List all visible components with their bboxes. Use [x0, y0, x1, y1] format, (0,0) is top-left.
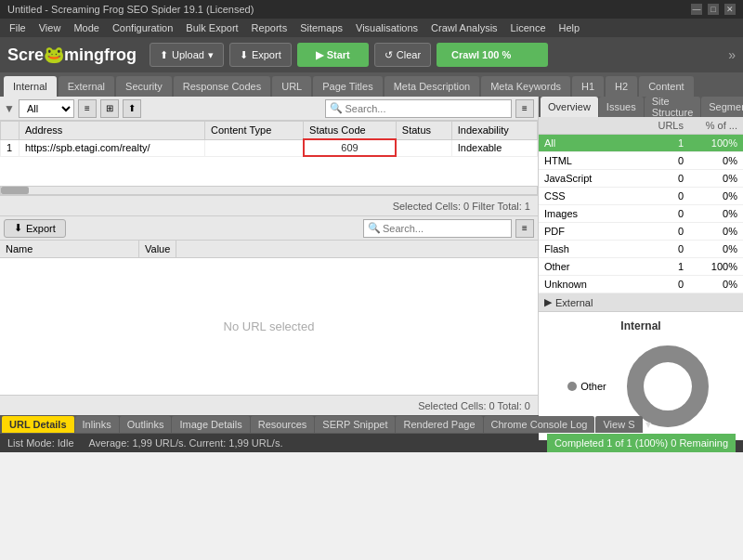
row-num: 1 — [1, 139, 20, 156]
filter-select[interactable]: All — [19, 99, 74, 118]
right-cell-urls: 0 — [635, 223, 689, 240]
menu-item-crawl analysis[interactable]: Crawl Analysis — [425, 19, 503, 37]
status-mode: List Mode: Idle — [7, 437, 74, 449]
right-cell-pct: 100% — [689, 135, 743, 151]
right-cell-urls: 0 — [635, 241, 689, 257]
tab-chrome-console-log[interactable]: Chrome Console Log — [484, 416, 595, 433]
menu-item-reports[interactable]: Reports — [246, 19, 293, 37]
export-toolbar-button[interactable]: ⬇ Export — [229, 43, 292, 67]
right-table-row[interactable]: HTML 0 0% — [539, 152, 743, 170]
tab-content[interactable]: Content — [639, 76, 694, 97]
right-table-header: URLs % of ... — [539, 117, 743, 135]
window-title: Untitled - Screaming Frog SEO Spider 19.… — [7, 4, 254, 15]
col-indexability[interactable]: Indexability — [451, 122, 537, 140]
right-table-row[interactable]: Other 1 100% — [539, 258, 743, 276]
tab-serp-snippet[interactable]: SERP Snippet — [315, 416, 395, 433]
tab-h2[interactable]: H2 — [606, 76, 637, 97]
right-cell-pct: 100% — [689, 258, 743, 275]
col-name: Name — [0, 241, 139, 257]
col-status[interactable]: Status — [396, 122, 451, 140]
lower-export-icon: ⬇ — [14, 222, 22, 234]
row-content-type — [205, 139, 304, 156]
upload-button[interactable]: ⬆ Upload ▾ — [150, 43, 224, 67]
status-completed: Completed 1 of 1 (100%) 0 Remaining — [547, 434, 736, 452]
right-table-row[interactable]: Images 0 0% — [539, 205, 743, 223]
tab-rendered-page[interactable]: Rendered Page — [396, 416, 482, 433]
menu-item-view[interactable]: View — [33, 19, 67, 37]
search-box: 🔍 — [325, 99, 512, 118]
tab-outlinks[interactable]: Outlinks — [120, 416, 172, 433]
toolbar: Scre🐸mingfrog ⬆ Upload ▾ ⬇ Export ▶ Star… — [0, 37, 743, 72]
tab-inlinks[interactable]: Inlinks — [75, 416, 119, 433]
search-input[interactable] — [345, 103, 507, 114]
right-table-row[interactable]: Unknown 0 0% — [539, 276, 743, 293]
col-address[interactable]: Address — [20, 122, 205, 140]
tab-overview[interactable]: Overview — [541, 97, 598, 117]
tab-resources[interactable]: Resources — [251, 416, 315, 433]
menu-item-mode[interactable]: Mode — [68, 19, 105, 37]
left-panel: ▼ All ≡ ⊞ ⬆ 🔍 ≡ Address Content Typ — [0, 97, 539, 415]
maximize-button[interactable]: □ — [708, 4, 719, 15]
tab-issues[interactable]: Issues — [599, 97, 644, 117]
right-table-row[interactable]: Flash 0 0% — [539, 241, 743, 258]
tab-site-structure[interactable]: Site Structure — [645, 97, 701, 117]
right-cell-pct: 0% — [689, 170, 743, 187]
tab-meta-description[interactable]: Meta Description — [385, 76, 480, 97]
tab-page-titles[interactable]: Page Titles — [313, 76, 382, 97]
menu-item-sitemaps[interactable]: Sitemaps — [294, 19, 348, 37]
list-view-button[interactable]: ≡ — [78, 99, 97, 118]
menu-item-visualisations[interactable]: Visualisations — [350, 19, 424, 37]
right-cell-label: Other — [539, 258, 635, 275]
clear-button[interactable]: ↺ Clear — [374, 43, 431, 67]
tab-h1[interactable]: H1 — [572, 76, 604, 97]
menu-item-file[interactable]: File — [4, 19, 32, 37]
menu-item-licence[interactable]: Licence — [505, 19, 552, 37]
table-status-bar: Selected Cells: 0 Filter Total: 1 — [0, 195, 538, 215]
toolbar-overflow-icon[interactable]: » — [728, 47, 736, 62]
tab-view-s[interactable]: View S — [595, 416, 642, 433]
lower-search-box: 🔍 — [363, 219, 512, 238]
lower-panel: ⬇ Export 🔍 ≡ Name Value No URL selected — [0, 215, 538, 415]
table-row[interactable]: 1 https://spb.etagi.com/realty/ 609 Inde… — [1, 139, 538, 156]
right-panel: Overview Issues Site Structure Segment ▾… — [539, 97, 743, 415]
right-table-row[interactable]: All 1 100% — [539, 135, 743, 152]
main-tab-bar: Internal External Security Response Code… — [0, 72, 743, 97]
menu-item-configuration[interactable]: Configuration — [107, 19, 178, 37]
tab-security[interactable]: Security — [116, 76, 172, 97]
tab-segment[interactable]: Segment — [701, 97, 743, 117]
tab-internal[interactable]: Internal — [4, 76, 57, 97]
filter-options-button[interactable]: ≡ — [515, 99, 534, 118]
lower-export-button[interactable]: ⬇ Export — [4, 219, 66, 238]
menu-item-bulk export[interactable]: Bulk Export — [180, 19, 243, 37]
tab-image-details[interactable]: Image Details — [172, 416, 249, 433]
clear-icon: ↺ — [385, 49, 393, 61]
right-cell-pct: 0% — [689, 188, 743, 204]
col-content-type[interactable]: Content Type — [205, 122, 304, 140]
start-button[interactable]: ▶ Start — [297, 43, 369, 67]
lower-filter-options-button[interactable]: ≡ — [515, 219, 534, 238]
right-cell-urls: 0 — [635, 276, 689, 293]
right-cell-urls: 1 — [635, 135, 689, 151]
tab-response-codes[interactable]: Response Codes — [174, 76, 270, 97]
right-table-row[interactable]: JavaScript 0 0% — [539, 170, 743, 188]
right-cell-urls: 1 — [635, 258, 689, 275]
right-table-row[interactable]: CSS 0 0% — [539, 188, 743, 205]
right-table-row[interactable]: PDF 0 0% — [539, 223, 743, 241]
lower-search-input[interactable] — [383, 223, 507, 234]
right-cell-label: Unknown — [539, 276, 635, 293]
tab-url-details[interactable]: URL Details — [2, 416, 74, 433]
menu-item-help[interactable]: Help — [554, 19, 586, 37]
tab-url[interactable]: URL — [272, 76, 311, 97]
right-col-pct: % of ... — [689, 117, 743, 134]
minimize-button[interactable]: — — [691, 4, 702, 15]
horizontal-scrollbar[interactable] — [0, 186, 538, 195]
tab-external[interactable]: External — [59, 76, 114, 97]
upload-small-icon[interactable]: ⬆ — [123, 99, 141, 118]
search-icon: 🔍 — [330, 102, 343, 114]
grid-view-button[interactable]: ⊞ — [100, 99, 119, 118]
close-button[interactable]: ✕ — [724, 4, 736, 15]
col-status-code[interactable]: Status Code — [304, 122, 397, 140]
tab-meta-keywords[interactable]: Meta Keywords — [481, 76, 570, 97]
external-section-header[interactable]: ▶ External — [539, 293, 743, 312]
bottom-tab-arrow-icon[interactable]: ▾ — [644, 418, 653, 431]
